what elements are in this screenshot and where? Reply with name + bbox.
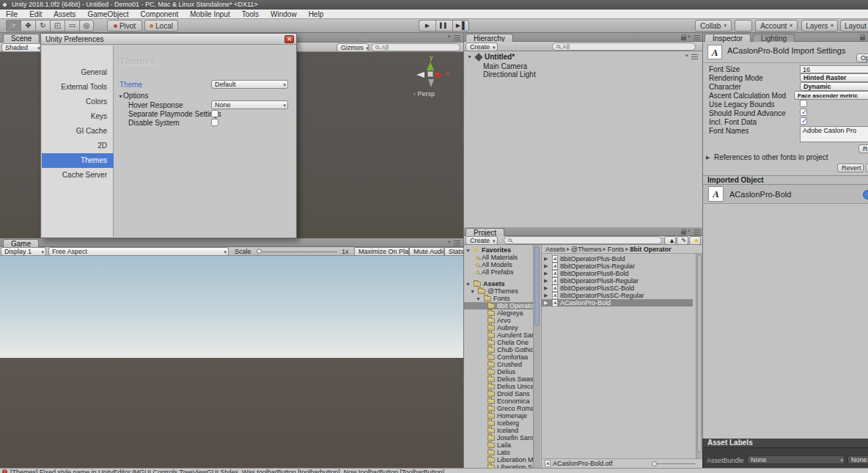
hierarchy-create-button[interactable]: Create▾	[466, 43, 498, 51]
play-button[interactable]: ►	[419, 20, 435, 32]
foldout-open-icon[interactable]: ▼	[466, 248, 471, 253]
menu-edit[interactable]: Edit	[23, 10, 48, 18]
hand-tool-button[interactable]: ☞	[6, 20, 21, 32]
tree-font-folder[interactable]: Greco Roman	[488, 405, 533, 412]
prefs-nav-themes[interactable]: Themes	[42, 153, 114, 168]
re-button[interactable]: Re	[858, 144, 868, 153]
breadcrumb-assets[interactable]: Assets	[545, 246, 565, 253]
rect-tool-button[interactable]: ▭	[65, 20, 79, 32]
tree-font-folder[interactable]: Chub Gothic	[488, 346, 533, 353]
shaded-dropdown[interactable]: Shaded	[1, 43, 43, 52]
rendering-mode-dropdown[interactable]: Hinted Raster	[800, 73, 868, 82]
file-row[interactable]: ▶8bitOperatorPlus8-Bold	[542, 270, 693, 277]
menu-mobile-input[interactable]: Mobile Input	[184, 10, 235, 18]
separate-playmode-checkbox[interactable]	[211, 110, 218, 117]
tree-scrollbar[interactable]	[533, 245, 540, 468]
menu-tools[interactable]: Tools	[236, 10, 265, 18]
prefs-nav-external-tools[interactable]: External Tools	[42, 80, 114, 95]
scene-orientation-gizmo[interactable]: y x ‹ Persp	[411, 56, 455, 100]
file-pane-scrollbar-thumb[interactable]	[697, 254, 702, 452]
tab-hierarchy[interactable]: Hierarchy	[466, 34, 513, 42]
pivot-toggle-button[interactable]: Pivot	[107, 20, 142, 32]
breadcrumb-fonts[interactable]: Fonts	[608, 246, 625, 253]
aspect-dropdown[interactable]: Free Aspect	[48, 247, 229, 256]
scene-gizmos-dropdown[interactable]: Gizmos▾	[336, 43, 369, 52]
menu-help[interactable]: Help	[303, 10, 330, 18]
foldout-closed-icon[interactable]: ▶	[544, 263, 550, 269]
theme-dropdown[interactable]: Default	[211, 80, 288, 89]
tab-inspector[interactable]: Inspector	[705, 34, 751, 42]
prefs-nav-keys[interactable]: Keys	[42, 109, 114, 124]
panel-menu-icon[interactable]	[694, 230, 700, 235]
transform-tool-button[interactable]: ◎	[79, 20, 94, 32]
foldout-closed-icon[interactable]: ▶	[544, 256, 550, 262]
prefs-nav-gi-cache[interactable]: GI Cache	[42, 124, 114, 139]
references-foldout[interactable]: ▶ References to other fonts in project	[706, 153, 828, 161]
options-foldout[interactable]: ▼Options	[118, 92, 148, 100]
font-names-field[interactable]: Adobe Caslon Pro	[800, 126, 868, 142]
breadcrumb-themes[interactable]: @Themes	[571, 246, 602, 253]
menu-component[interactable]: Component	[135, 10, 185, 18]
cloud-services-button[interactable]	[735, 20, 752, 32]
prefs-nav-general[interactable]: General	[42, 65, 114, 80]
prefs-nav-colors[interactable]: Colors	[42, 95, 114, 109]
display-dropdown[interactable]: Display 1	[1, 247, 46, 256]
axis-x-cone[interactable]	[435, 72, 444, 78]
imported-object-row[interactable]: A ACaslonPro-Bold	[703, 185, 868, 204]
foldout-closed-icon[interactable]: ▶	[544, 271, 550, 276]
tree-font-folder[interactable]: Comfortaa	[488, 353, 533, 361]
foldout-closed-icon[interactable]: ▶	[544, 278, 550, 284]
thumbnail-slider-knob[interactable]	[652, 461, 657, 466]
tab-lighting[interactable]: Lighting	[753, 34, 795, 42]
move-tool-button[interactable]: ✥	[21, 20, 35, 32]
maximize-on-play-button[interactable]: Maximize On Play	[354, 247, 409, 256]
foldout-closed-icon[interactable]: ▶	[544, 293, 550, 298]
character-dropdown[interactable]: Dynamic	[800, 82, 868, 91]
file-row[interactable]: ▶8bitOperatorPlusSC-Regular	[542, 292, 693, 299]
thumbnail-slider-track[interactable]	[652, 463, 696, 464]
axis-negy-cone[interactable]	[428, 79, 434, 87]
tree-font-folder[interactable]: Iceland	[488, 427, 533, 434]
should-round-advance-checkbox[interactable]	[800, 109, 807, 116]
hover-response-dropdown[interactable]: None	[211, 100, 288, 109]
axis-negx-cone[interactable]	[416, 72, 424, 78]
tree-font-folder[interactable]: Droid Sans	[488, 390, 533, 397]
assetbundle-variant-dropdown[interactable]: None	[847, 455, 868, 464]
tree-font-folder[interactable]: Economica	[488, 397, 533, 405]
search-by-label-button[interactable]: ✎	[677, 236, 688, 245]
ascent-calc-dropdown[interactable]: Face ascender metric	[794, 91, 868, 100]
panel-menu-icon[interactable]	[694, 35, 700, 40]
scene-row-menu-icon[interactable]	[691, 54, 698, 59]
tree-font-folder[interactable]: Alegreya	[488, 309, 533, 317]
local-toggle-button[interactable]: Local	[144, 20, 178, 32]
tree-font-folder[interactable]: Homenaje	[488, 412, 533, 419]
tree-font-folder[interactable]: Iceberg	[488, 419, 533, 427]
tree-font-folder[interactable]: Delius Swash	[488, 375, 533, 383]
project-create-button[interactable]: Create▾	[466, 236, 498, 245]
tree-scrollbar-thumb[interactable]	[534, 246, 540, 326]
rotate-tool-button[interactable]: ↻	[35, 20, 50, 32]
tree-font-folder[interactable]: Arvo	[488, 317, 533, 324]
lock-icon[interactable]	[681, 34, 686, 40]
tree-all-models[interactable]: All Models	[476, 261, 533, 268]
foldout-closed-icon[interactable]: ▶	[544, 300, 550, 306]
panel-menu-icon[interactable]	[454, 35, 460, 40]
hierarchy-search-input[interactable]: All	[552, 43, 696, 51]
use-legacy-bounds-checkbox[interactable]	[800, 100, 807, 107]
foldout-open-icon[interactable]: ▼	[467, 54, 473, 59]
tree-font-folder-selected[interactable]: 8bit Operator	[464, 302, 533, 309]
project-search-input[interactable]	[504, 236, 662, 244]
preferences-dialog-title[interactable]: Unity Preferences	[41, 34, 296, 45]
close-icon[interactable]: ✕	[284, 35, 294, 43]
scale-slider-track[interactable]	[257, 252, 337, 252]
hierarchy-item-main-camera[interactable]: Main Camera	[483, 62, 527, 70]
scale-slider-knob[interactable]	[257, 249, 262, 254]
gizmo-center-cube[interactable]	[427, 71, 433, 77]
tree-font-folder[interactable]: Liberation Mon	[488, 456, 533, 463]
tree-font-folder[interactable]: Delius Unicas	[488, 383, 533, 390]
pause-button[interactable]: ▌▌	[435, 20, 452, 32]
tree-all-prefabs[interactable]: All Prefabs	[476, 268, 533, 276]
prefs-nav-cache-server[interactable]: Cache Server	[42, 168, 114, 183]
font-size-field[interactable]: 16	[800, 65, 868, 73]
prefs-nav-2d[interactable]: 2D	[42, 139, 114, 153]
